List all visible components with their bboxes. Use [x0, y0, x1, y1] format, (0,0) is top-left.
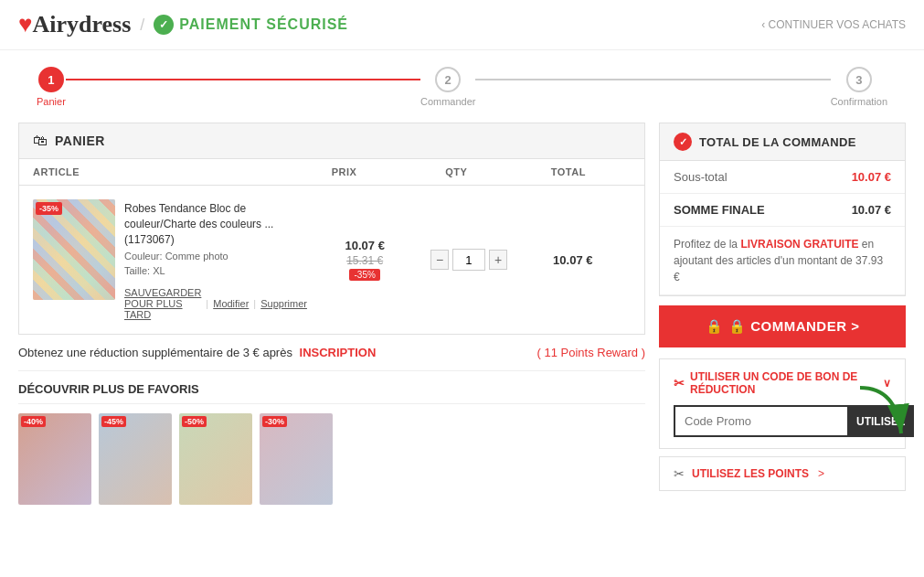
- reward-text: Obtenez une réduction supplémentaire de …: [18, 346, 376, 359]
- reward-bar: Obtenez une réduction supplémentaire de …: [18, 335, 645, 371]
- step-3: 3 Confirmation: [831, 67, 887, 107]
- step-1-circle: 1: [38, 67, 64, 92]
- step-2: 2 Commander: [420, 67, 476, 107]
- order-summary-title: TOTAL DE LA COMMANDE: [699, 135, 856, 149]
- somme-finale-label: SOMME FINALE: [674, 203, 765, 217]
- item-article-col: -35% Robes Tendance Bloc de couleur/Char…: [33, 199, 307, 320]
- discover-items-row: -40% -45% -50% -30%: [18, 404, 645, 505]
- step-2-label: Commander: [420, 96, 476, 107]
- secure-badge: ✓ PAIEMENT SÉCURISÉ: [154, 15, 348, 35]
- header-left: ♥Airydress / ✓ PAIEMENT SÉCURISÉ: [18, 11, 348, 38]
- step-3-label: Confirmation: [831, 96, 887, 107]
- step-2-circle: 2: [435, 67, 461, 92]
- qty-decrease-button[interactable]: −: [430, 250, 449, 270]
- connector-1-2: [66, 79, 420, 80]
- discover-item-1[interactable]: -40%: [18, 413, 91, 505]
- cart-column-headers: ARTICLE PRIX QTY TOTAL: [19, 159, 644, 186]
- header: ♥Airydress / ✓ PAIEMENT SÉCURISÉ ‹ CONTI…: [0, 0, 924, 50]
- commander-button[interactable]: 🔒 🔒 COMMANDER >: [659, 305, 906, 347]
- right-panel: ✓ TOTAL DE LA COMMANDE Sous-total 10.07 …: [659, 123, 906, 505]
- somme-finale-value: 10.07 €: [852, 203, 891, 217]
- promo-code-input[interactable]: [674, 405, 847, 437]
- step-1: 1 Panier: [37, 67, 66, 107]
- discover-badge-4: -30%: [262, 416, 287, 427]
- left-panel: 🛍 PANIER ARTICLE PRIX QTY TOTAL -35%: [18, 123, 645, 505]
- inscription-link[interactable]: INSCRIPTION: [300, 346, 377, 359]
- step-3-circle: 3: [846, 67, 872, 92]
- order-summary: ✓ TOTAL DE LA COMMANDE Sous-total 10.07 …: [659, 123, 906, 296]
- main-content: 🛍 PANIER ARTICLE PRIX QTY TOTAL -35%: [0, 112, 924, 523]
- item-image: -35%: [33, 199, 115, 300]
- sous-total-value: 10.07 €: [852, 170, 891, 184]
- secure-text: PAIEMENT SÉCURISÉ: [179, 16, 348, 33]
- progress-steps: 1 Panier 2 Commander 3 Confirmation: [0, 50, 924, 112]
- commander-label: 🔒 COMMANDER >: [728, 318, 859, 335]
- item-discount-tag: -35%: [349, 269, 379, 281]
- item-details: Robes Tendance Bloc de couleur/Charte de…: [124, 199, 307, 320]
- item-color: Couleur: Comme photo: [124, 251, 307, 262]
- separator-2: |: [253, 298, 256, 309]
- free-shipping-text: Profitez de la LIVRAISON GRATUITE en ajo…: [660, 227, 905, 295]
- item-qty-col: − +: [422, 249, 515, 271]
- free-shipping-before: Profitez de la: [674, 238, 738, 251]
- slash-divider: /: [140, 16, 144, 35]
- discover-item-2[interactable]: -45%: [99, 413, 172, 505]
- col-total: TOTAL: [506, 166, 631, 177]
- qty-input[interactable]: [452, 249, 485, 271]
- col-article: ARTICLE: [33, 166, 282, 177]
- points-label: UTILISEZ LES POINTS: [692, 467, 809, 480]
- discover-badge-1: -40%: [21, 416, 46, 427]
- discover-badge-3: -50%: [182, 416, 207, 427]
- separator-1: |: [206, 298, 208, 309]
- scissors-icon: ✂: [674, 376, 685, 390]
- item-actions: SAUVEGARDER POUR PLUS TARD | Modifier | …: [124, 287, 307, 320]
- reward-text-before: Obtenez une réduction supplémentaire de …: [18, 346, 292, 359]
- sous-total-row: Sous-total 10.07 €: [660, 161, 905, 194]
- continue-shopping-link[interactable]: ‹ CONTINUER VOS ACHATS: [761, 18, 906, 31]
- bag-icon: 🛍: [33, 133, 48, 149]
- sous-total-label: Sous-total: [674, 170, 728, 184]
- connector-2-3: [475, 79, 830, 80]
- reward-points: ( 11 Points Reward ): [537, 346, 646, 359]
- item-current-price: 10.07 €: [345, 239, 384, 252]
- order-summary-header: ✓ TOTAL DE LA COMMANDE: [660, 123, 905, 161]
- item-discount-badge: -35%: [36, 202, 62, 215]
- discover-title: DÉCOUVRIR PLUS DE FAVORIS: [18, 371, 645, 404]
- discover-item-3[interactable]: -50%: [179, 413, 252, 505]
- item-name: Robes Tendance Bloc de couleur/Charte de…: [124, 201, 307, 247]
- modify-link[interactable]: Modifier: [213, 298, 249, 309]
- cart-table: ARTICLE PRIX QTY TOTAL -35% Robes Tendan…: [18, 159, 645, 335]
- qty-increase-button[interactable]: +: [489, 250, 507, 270]
- points-arrow-icon: >: [818, 467, 824, 480]
- item-price-col: 10.07 € 15.31 € -35%: [307, 239, 422, 281]
- step-1-label: Panier: [37, 96, 66, 107]
- logo: ♥Airydress: [18, 11, 131, 38]
- discover-section: DÉCOUVRIR PLUS DE FAVORIS -40% -45% -50%…: [18, 371, 645, 505]
- secure-check-icon: ✓: [154, 15, 174, 35]
- cart-item: -35% Robes Tendance Bloc de couleur/Char…: [19, 186, 644, 334]
- discover-badge-2: -45%: [101, 416, 126, 427]
- save-for-later-link[interactable]: SAUVEGARDER POUR PLUS TARD: [124, 287, 201, 320]
- delete-link[interactable]: Supprimer: [260, 298, 307, 309]
- cart-title: PANIER: [55, 134, 105, 148]
- col-qty: QTY: [407, 166, 506, 177]
- points-scissors-icon: ✂: [674, 466, 685, 481]
- col-prix: PRIX: [282, 166, 407, 177]
- order-check-icon: ✓: [674, 133, 692, 151]
- somme-finale-row: SOMME FINALE 10.07 €: [660, 194, 905, 227]
- green-arrow-annotation: [842, 379, 915, 454]
- item-total-col: 10.07 €: [515, 253, 631, 267]
- lock-icon: 🔒: [706, 318, 724, 335]
- points-section[interactable]: ✂ UTILISEZ LES POINTS >: [659, 456, 906, 491]
- discover-item-4[interactable]: -30%: [260, 413, 333, 505]
- item-original-price: 15.31 €: [346, 254, 383, 267]
- item-size: Taille: XL: [124, 265, 307, 276]
- cart-panel-header: 🛍 PANIER: [18, 123, 645, 159]
- free-shipping-link[interactable]: LIVRAISON GRATUITE: [740, 238, 858, 251]
